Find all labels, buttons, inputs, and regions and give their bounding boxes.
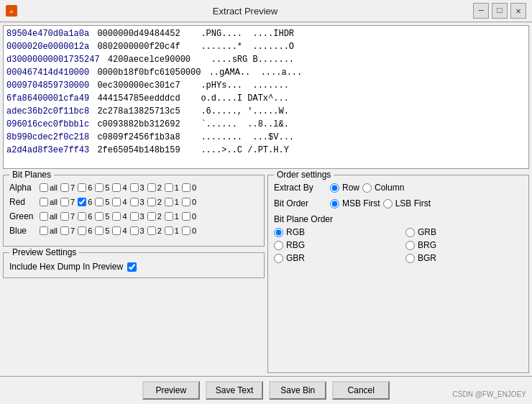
bit-plane-checkbox-red-1[interactable] <box>165 198 173 206</box>
bit-plane-checkbox-group: all <box>40 198 58 206</box>
bit-plane-checkbox-blue-0[interactable] <box>182 226 191 235</box>
bit-plane-order-radio-gbr[interactable] <box>274 254 283 263</box>
hex-ascii: .pHYs... ....... <box>196 79 289 92</box>
bit-plane-checkbox-alpha-3[interactable] <box>130 183 139 192</box>
bit-plane-checkbox-blue-3[interactable] <box>130 226 139 235</box>
bit-plane-checkbox-alpha-5[interactable] <box>95 183 104 192</box>
hex-addr: 6fa86400001cfa49 <box>6 92 89 105</box>
hex-addr: 89504e470d0a1a0a <box>6 27 89 40</box>
extract-by-row-radio[interactable] <box>330 183 339 193</box>
bit-plane-checkbox-green-1[interactable] <box>165 212 173 221</box>
bit-plane-checkbox-red-7[interactable] <box>60 198 69 206</box>
bit-plane-checkbox-blue-1[interactable] <box>165 226 173 235</box>
bit-plane-checkbox-alpha-6[interactable] <box>78 183 86 192</box>
hex-row: 0000020e0000012a 0802000000f20c4f ......… <box>6 40 526 53</box>
bit-plane-checkbox-label: 3 <box>140 212 145 221</box>
bit-plane-checkbox-label: all <box>50 198 58 206</box>
bit-plane-order-radio-rbg[interactable] <box>274 241 283 250</box>
maximize-button[interactable]: □ <box>492 3 508 19</box>
hex-ascii: `...... ..8..l&. <box>196 118 289 131</box>
lsb-first-radio[interactable] <box>383 199 393 208</box>
bit-plane-checkbox-blue-4[interactable] <box>112 226 121 235</box>
hex-ascii: .PNG.... ....IHDR <box>196 27 294 40</box>
bit-plane-checkbox-label: 7 <box>70 183 75 192</box>
extract-by-row: Extract By Row Column <box>274 183 523 193</box>
msb-first-radio[interactable] <box>330 199 339 208</box>
bit-plane-checkbox-label: 1 <box>175 198 179 206</box>
bit-plane-checkbox-label: 1 <box>175 212 179 221</box>
bit-plane-checkbox-group: 0 <box>182 183 196 192</box>
bit-plane-checkbox-alpha-1[interactable] <box>165 183 173 192</box>
hex-addr: adec36b2c0f11bc8 <box>6 105 89 118</box>
bit-plane-checkbox-label: 2 <box>157 226 162 235</box>
save-bin-button[interactable]: Save Bin <box>269 381 326 400</box>
bit-plane-checkbox-red-4[interactable] <box>112 198 121 206</box>
bit-plane-checkbox-group: 1 <box>165 226 179 235</box>
bit-plane-checkbox-blue-2[interactable] <box>147 226 156 235</box>
bit-plane-checkbox-alpha-7[interactable] <box>60 183 69 192</box>
minimize-button[interactable]: — <box>473 3 489 19</box>
bit-plane-checkbox-group: 7 <box>60 226 75 235</box>
bit-plane-checkbox-label: 5 <box>105 183 109 192</box>
preview-button[interactable]: Preview <box>142 381 200 400</box>
bit-plane-checkbox-label: all <box>50 212 58 221</box>
bit-plane-checkbox-green-5[interactable] <box>95 212 104 221</box>
bit-plane-row: Greenall76543210 <box>9 211 258 221</box>
bit-plane-order-label: GRB <box>418 227 436 237</box>
bit-plane-checkbox-green-7[interactable] <box>60 212 69 221</box>
bit-plane-checkbox-alpha-all[interactable] <box>40 183 48 192</box>
bit-plane-checkbox-label: 3 <box>140 198 145 206</box>
bit-plane-checkbox-blue-7[interactable] <box>60 226 69 235</box>
hex-bytes: 2c278a13825713c5 <box>92 105 193 118</box>
bit-plane-checkbox-red-3[interactable] <box>130 198 139 206</box>
hex-addr: 000467414d410000 <box>6 66 89 79</box>
bit-plane-checkbox-group: 5 <box>95 198 109 206</box>
hex-row: adec36b2c0f11bc8 2c278a13825713c5 .6....… <box>6 105 526 118</box>
bit-plane-checkbox-green-6[interactable] <box>78 212 86 221</box>
window-title: Extract Preview <box>17 6 473 17</box>
bit-plane-checkbox-red-2[interactable] <box>147 198 156 206</box>
bit-plane-checkbox-group: 5 <box>95 226 109 235</box>
bit-plane-checkbox-label: 6 <box>88 212 92 221</box>
bit-plane-checkbox-alpha-0[interactable] <box>182 183 191 192</box>
bit-plane-checkbox-red-all[interactable] <box>40 198 48 206</box>
bit-plane-checkbox-alpha-2[interactable] <box>147 183 156 192</box>
hex-addr: 096016cec0fbbblc <box>6 118 89 131</box>
bit-plane-checkbox-label: all <box>50 226 58 235</box>
bit-plane-checkbox-green-all[interactable] <box>40 212 48 221</box>
hex-row: 89504e470d0a1a0a 0000000d49484452 .PNG..… <box>6 27 526 40</box>
bit-plane-checkbox-blue-all[interactable] <box>40 226 48 235</box>
bit-plane-checkbox-red-6[interactable] <box>78 198 86 206</box>
bit-plane-channel-label: Alpha <box>9 183 40 193</box>
close-button[interactable]: ✕ <box>510 3 526 19</box>
bit-plane-order-radio-bgr[interactable] <box>405 254 415 263</box>
hex-addr: 0000020e0000012a <box>6 40 89 53</box>
hex-addr: d30000000001735247 <box>6 53 100 66</box>
bit-plane-order-radio-rgb[interactable] <box>274 228 283 237</box>
bit-plane-channel-label: Blue <box>9 226 40 236</box>
bit-plane-checkbox-label: 0 <box>192 183 196 192</box>
bit-plane-checkbox-red-5[interactable] <box>95 198 104 206</box>
save-text-button[interactable]: Save Text <box>206 381 263 400</box>
bit-plane-order-radio-brg[interactable] <box>405 241 415 250</box>
bit-plane-checkbox-group: 5 <box>95 183 109 192</box>
bit-plane-order-radio-grb[interactable] <box>405 228 415 237</box>
hex-ascii: ........ ...$V... <box>196 131 294 144</box>
bit-plane-checkbox-green-4[interactable] <box>112 212 121 221</box>
bit-plane-checkbox-group: 2 <box>147 226 162 235</box>
cancel-button[interactable]: Cancel <box>332 381 390 400</box>
bit-plane-checkbox-blue-6[interactable] <box>78 226 86 235</box>
bit-plane-checkbox-blue-5[interactable] <box>95 226 104 235</box>
bit-order-row: Bit Order MSB First LSB First <box>274 198 523 208</box>
bit-plane-checkbox-label: 4 <box>122 183 127 192</box>
bit-plane-checkbox-label: 4 <box>122 226 127 235</box>
bit-plane-checkbox-red-0[interactable] <box>182 198 191 206</box>
bit-plane-channel-label: Green <box>9 211 40 221</box>
include-hex-dump-checkbox[interactable] <box>127 262 137 272</box>
bit-plane-checkbox-label: 6 <box>88 198 92 206</box>
bit-plane-checkbox-green-2[interactable] <box>147 212 156 221</box>
bit-plane-checkbox-alpha-4[interactable] <box>112 183 121 192</box>
bit-plane-checkbox-green-0[interactable] <box>182 212 191 221</box>
bit-plane-checkbox-green-3[interactable] <box>130 212 139 221</box>
extract-by-column-radio[interactable] <box>362 183 372 193</box>
